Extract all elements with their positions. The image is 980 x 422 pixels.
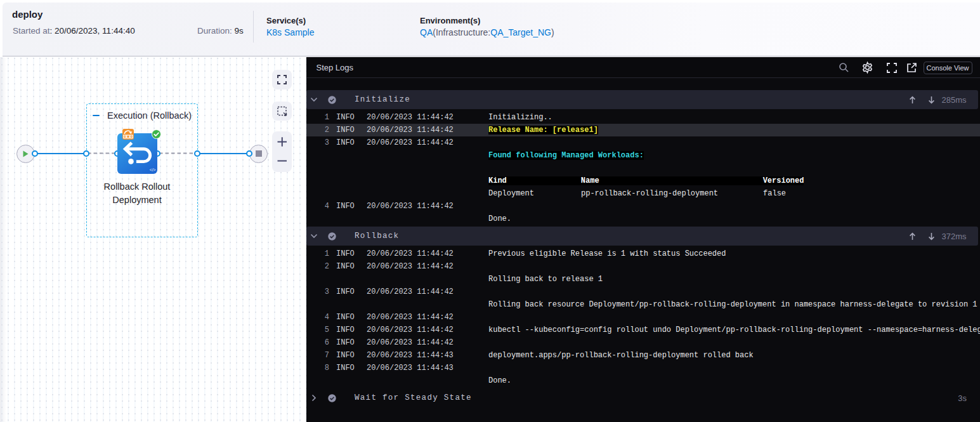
- svg-text:</>: </>: [149, 168, 155, 172]
